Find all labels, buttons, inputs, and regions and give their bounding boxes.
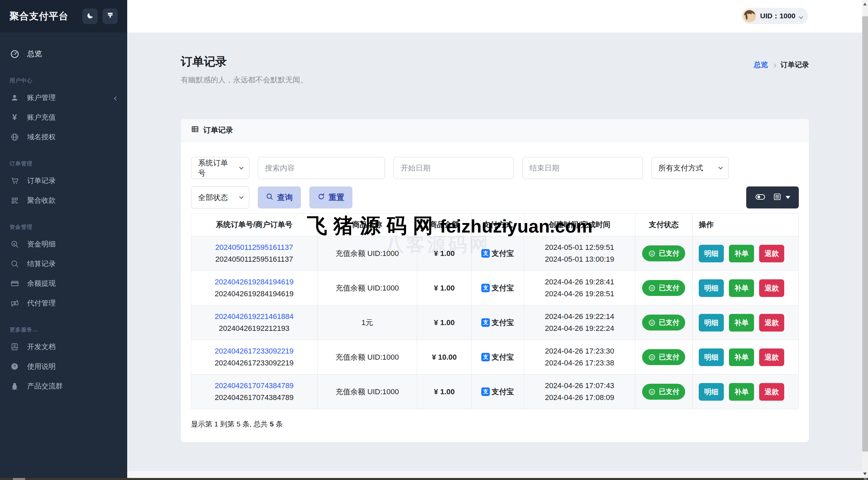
chevron-down-icon bbox=[239, 165, 244, 169]
status-cell: 已支付 bbox=[635, 236, 693, 271]
table-row: 2024042617233092219 2024042617233092219 … bbox=[191, 340, 799, 375]
sidebar-item-aggregate-collect[interactable]: 聚合收款 bbox=[0, 191, 127, 210]
system-order-link[interactable]: 2024042617074384789 bbox=[195, 381, 313, 390]
search-icon bbox=[9, 260, 20, 268]
merchant-order-no: 2024042617233092219 bbox=[195, 359, 313, 367]
theme-button[interactable] bbox=[102, 8, 118, 24]
sidebar-item-domain-auth[interactable]: 域名授权 bbox=[0, 127, 127, 147]
sidebar-item-account-manage[interactable]: 账户管理 bbox=[0, 88, 127, 107]
domain-icon bbox=[9, 133, 20, 141]
transfer-icon bbox=[9, 299, 20, 307]
start-date-input[interactable] bbox=[393, 157, 514, 179]
refund-button[interactable]: 退款 bbox=[759, 383, 784, 401]
reorder-button[interactable]: 补单 bbox=[729, 279, 754, 297]
amount-cell: ¥ 10.00 bbox=[417, 340, 471, 375]
page-head: 订单记录 有幽默感的人，永远都不会默默无闻。 总览 订单记录 bbox=[181, 33, 809, 85]
pay-method-select[interactable]: 所有支付方式 bbox=[651, 157, 729, 179]
search-type-select[interactable]: 系统订单号 bbox=[191, 157, 249, 179]
product-cell: 充值余额 UID:1000 bbox=[317, 340, 417, 375]
vertical-scrollbar[interactable] bbox=[862, 0, 868, 478]
sidebar-item-dev-docs[interactable]: 开发文档 bbox=[0, 337, 127, 357]
scrollbar-corner bbox=[864, 478, 867, 480]
status-select[interactable]: 全部状态 bbox=[191, 186, 249, 208]
alipay-icon: 支 bbox=[481, 353, 490, 361]
page-head-text: 订单记录 有幽默感的人，永远都不会默默无闻。 bbox=[181, 54, 308, 85]
sidebar-item-usage-help[interactable]: ? 使用说明 bbox=[0, 357, 127, 376]
detail-button[interactable]: 明细 bbox=[699, 245, 724, 262]
created-time: 2024-05-01 12:59:51 bbox=[528, 243, 631, 252]
detail-button[interactable]: 明细 bbox=[699, 383, 724, 401]
refund-button[interactable]: 退款 bbox=[759, 314, 784, 332]
fund-search-icon: $ bbox=[9, 240, 20, 248]
order-no-cell: 2024042617074384789 2024042617074384789 bbox=[191, 375, 317, 409]
search-input[interactable] bbox=[258, 157, 385, 179]
status-label: 已支付 bbox=[659, 249, 679, 258]
reorder-button[interactable]: 补单 bbox=[729, 314, 754, 332]
sidebar-nav: 总览 用户中心 账户管理 ¥ 账户充值 域名授权 订单管理 bbox=[0, 33, 127, 396]
nav-section-fund-manage: 资金管理 bbox=[9, 224, 118, 231]
detail-button[interactable]: 明细 bbox=[699, 314, 724, 332]
credit-card-icon bbox=[9, 279, 20, 288]
page-title: 订单记录 bbox=[181, 54, 308, 69]
smiley-icon bbox=[648, 284, 656, 292]
pagination-summary: 显示第 1 到第 5 条, 总共 5 条 bbox=[191, 419, 799, 429]
table-row: 2024042619284194619 2024042619284194619 … bbox=[191, 271, 799, 305]
user-icon bbox=[9, 94, 20, 102]
refund-button[interactable]: 退款 bbox=[759, 279, 784, 297]
card-body: 系统订单号 所有支付方式 全部状态 bbox=[181, 142, 809, 442]
sidebar-item-settlement-records[interactable]: 结算记录 bbox=[0, 254, 127, 274]
reorder-button[interactable]: 补单 bbox=[729, 383, 754, 401]
breadcrumb-home[interactable]: 总览 bbox=[754, 60, 768, 69]
system-order-link[interactable]: 2024042617233092219 bbox=[195, 347, 313, 356]
reorder-button[interactable]: 补单 bbox=[729, 245, 754, 262]
time-cell: 2024-04-26 17:07:43 2024-04-26 17:08:09 bbox=[524, 375, 635, 409]
sidebar-item-order-records[interactable]: 订单记录 bbox=[0, 171, 127, 191]
vertical-scrollbar-thumb[interactable] bbox=[862, 16, 868, 452]
system-order-link[interactable]: 2024050112595161137 bbox=[195, 243, 313, 252]
scroll-up-arrow[interactable] bbox=[863, 3, 867, 5]
horizontal-scrollbar[interactable] bbox=[0, 478, 868, 480]
sidebar-item-fund-detail[interactable]: $ 资金明细 bbox=[0, 234, 127, 254]
reorder-button[interactable]: 补单 bbox=[729, 348, 754, 366]
pay-method-label: 支付宝 bbox=[491, 248, 514, 259]
sidebar-item-payout-manage[interactable]: 代付管理 bbox=[0, 293, 127, 313]
scroll-down-arrow[interactable] bbox=[863, 473, 867, 475]
detail-button[interactable]: 明细 bbox=[699, 279, 724, 297]
user-menu[interactable]: UID：1000 bbox=[741, 8, 808, 24]
end-date-input[interactable] bbox=[522, 157, 643, 179]
chevron-down-icon bbox=[799, 12, 803, 20]
nav-section-more-services: 更多服务... bbox=[9, 326, 118, 334]
dark-mode-button[interactable] bbox=[82, 8, 98, 24]
reset-button[interactable]: 重置 bbox=[309, 186, 352, 208]
sidebar-item-label: 账户管理 bbox=[27, 93, 56, 102]
sidebar-item-label: 订单记录 bbox=[27, 176, 56, 185]
breadcrumb: 总览 订单记录 bbox=[754, 54, 809, 69]
col-amount: 商品金额 bbox=[417, 214, 471, 236]
content: 订单记录 有幽默感的人，永远都不会默默无闻。 总览 订单记录 订单记录 bbox=[127, 33, 868, 480]
sidebar-item-overview[interactable]: 总览 bbox=[0, 44, 127, 64]
table-header-row: 系统订单号/商户订单号 商品名称 商品金额 支付方式 创建时间/完成时间 支付状… bbox=[191, 214, 799, 236]
nav-section-user-center: 用户中心 bbox=[9, 77, 118, 84]
sidebar-item-label: 结算记录 bbox=[27, 259, 56, 268]
actions-cell: 明细 补单 退款 bbox=[692, 271, 798, 305]
system-order-link[interactable]: 2024042619284194619 bbox=[195, 278, 313, 286]
refund-button[interactable]: 退款 bbox=[759, 245, 784, 262]
query-button[interactable]: 查询 bbox=[258, 186, 301, 208]
amount-cell: ¥ 1.00 bbox=[417, 305, 471, 340]
horizontal-scrollbar-thumb[interactable] bbox=[13, 478, 25, 480]
sidebar-item-product-group[interactable]: 产品交流群 bbox=[0, 376, 127, 396]
sidebar-item-balance-withdraw[interactable]: 余额提现 bbox=[0, 274, 127, 293]
avatar bbox=[743, 9, 756, 22]
system-order-link[interactable]: 2024042619221461884 bbox=[195, 312, 313, 321]
detail-button[interactable]: 明细 bbox=[699, 348, 724, 366]
pay-method-cell: 支支付宝 bbox=[471, 340, 524, 375]
sidebar: 聚合支付平台 总览 用户中心 bbox=[0, 0, 127, 480]
col-order-no: 系统订单号/商户订单号 bbox=[191, 214, 317, 236]
sidebar-item-account-recharge[interactable]: ¥ 账户充值 bbox=[0, 107, 127, 127]
nav-section-order-manage: 订单管理 bbox=[9, 160, 118, 167]
amount-cell: ¥ 1.00 bbox=[417, 236, 471, 271]
created-time: 2024-04-26 17:07:43 bbox=[528, 381, 631, 390]
card-title: 订单记录 bbox=[203, 125, 233, 135]
table-view-toggle-group[interactable] bbox=[746, 186, 799, 208]
refund-button[interactable]: 退款 bbox=[759, 348, 784, 366]
